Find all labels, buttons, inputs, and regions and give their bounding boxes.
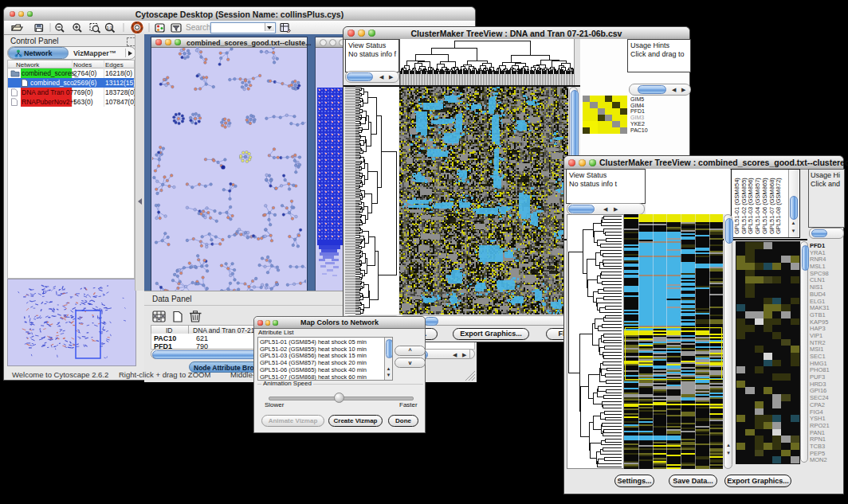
svg-text:1:1: 1:1 bbox=[107, 25, 113, 30]
